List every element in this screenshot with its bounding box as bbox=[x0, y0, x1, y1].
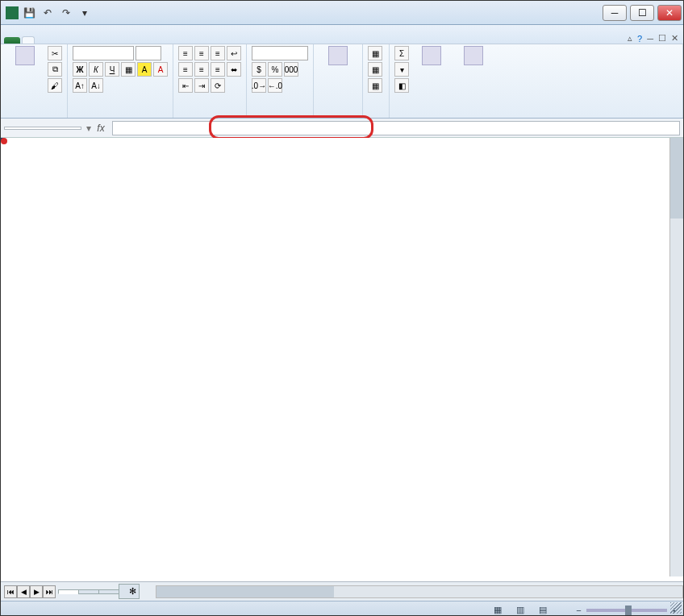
tab-foxit[interactable] bbox=[125, 37, 136, 44]
doc-restore-icon[interactable]: ☐ bbox=[658, 33, 666, 44]
sort-filter-button[interactable] bbox=[412, 46, 451, 67]
autosum-icon[interactable]: Σ bbox=[394, 46, 409, 60]
sheet-nav-last-icon[interactable]: ⏭ bbox=[43, 585, 56, 598]
insert-cell-icon: ▦ bbox=[368, 46, 382, 60]
qat-save-icon[interactable]: 💾 bbox=[21, 5, 37, 21]
tab-file[interactable] bbox=[4, 37, 20, 44]
grow-font-icon[interactable]: A↑ bbox=[73, 78, 87, 93]
tab-view[interactable] bbox=[91, 37, 102, 44]
indent-right-icon[interactable]: ⇥ bbox=[194, 78, 209, 93]
percent-icon[interactable]: % bbox=[268, 62, 282, 77]
qat-undo-icon[interactable]: ↶ bbox=[40, 5, 56, 21]
fx-button[interactable]: fx bbox=[93, 123, 109, 134]
formula-input[interactable] bbox=[112, 121, 680, 135]
view-pagebreak-icon[interactable]: ▤ bbox=[539, 605, 547, 615]
tab-data[interactable] bbox=[69, 37, 80, 44]
inc-decimal-icon[interactable]: .0→ bbox=[252, 78, 266, 93]
clear-icon[interactable]: ◧ bbox=[394, 78, 409, 93]
cut-icon[interactable]: ✂ bbox=[48, 46, 62, 60]
group-font: Ж К Ч ▦ A A A↑ A↓ bbox=[68, 44, 173, 118]
align-center-icon[interactable]: ≡ bbox=[194, 62, 209, 77]
group-alignment: ≡ ≡ ≡ ↩ ≡ ≡ ≡ ⬌ ⇤ ⇥ ⟳ bbox=[173, 44, 247, 118]
underline-button[interactable]: Ч bbox=[105, 62, 119, 77]
number-format-combo[interactable] bbox=[252, 46, 308, 60]
vertical-scroll-thumb[interactable] bbox=[670, 138, 683, 219]
find-select-button[interactable] bbox=[454, 46, 493, 67]
sheet-tab-2[interactable] bbox=[78, 589, 99, 594]
cells-insert-button[interactable]: ▦ bbox=[368, 46, 384, 60]
indent-left-icon[interactable]: ⇤ bbox=[178, 78, 193, 93]
merge-button[interactable]: ⬌ bbox=[227, 62, 241, 77]
tab-insert[interactable] bbox=[35, 37, 46, 44]
fill-icon[interactable]: ▾ bbox=[394, 62, 409, 77]
sheet-tab-1[interactable] bbox=[58, 589, 79, 594]
dec-decimal-icon[interactable]: ←.0 bbox=[268, 78, 282, 93]
sheet-tab-3[interactable] bbox=[98, 589, 119, 594]
spreadsheet-grid[interactable] bbox=[1, 138, 683, 581]
font-name-combo[interactable] bbox=[73, 46, 134, 60]
minimize-button[interactable]: ─ bbox=[603, 5, 627, 21]
align-bottom-icon[interactable]: ≡ bbox=[211, 46, 225, 60]
resize-grip[interactable] bbox=[670, 602, 682, 614]
wrap-text-button[interactable]: ↩ bbox=[227, 46, 241, 60]
vertical-scrollbar[interactable] bbox=[669, 138, 683, 576]
name-box[interactable] bbox=[4, 127, 81, 130]
tab-abbyy[interactable] bbox=[136, 37, 148, 44]
tab-formulas[interactable] bbox=[57, 37, 69, 44]
italic-button[interactable]: К bbox=[89, 62, 103, 77]
align-left-icon[interactable]: ≡ bbox=[178, 62, 193, 77]
horizontal-scroll-thumb[interactable] bbox=[156, 586, 334, 597]
styles-icon bbox=[328, 46, 348, 65]
font-color-button[interactable]: A bbox=[153, 62, 168, 77]
sheet-nav-prev-icon[interactable]: ◀ bbox=[17, 585, 30, 598]
align-top-icon[interactable]: ≡ bbox=[178, 46, 193, 60]
view-layout-icon[interactable]: ▥ bbox=[516, 605, 524, 615]
copy-icon[interactable]: ⧉ bbox=[48, 62, 62, 77]
group-editing-label bbox=[394, 116, 678, 118]
styles-button[interactable] bbox=[319, 46, 357, 67]
doc-minimize-icon[interactable]: ─ bbox=[647, 34, 653, 44]
cells-format-button[interactable]: ▦ bbox=[368, 78, 384, 93]
help-icon[interactable]: ? bbox=[637, 34, 642, 44]
currency-icon[interactable]: $ bbox=[252, 62, 266, 77]
shrink-font-icon[interactable]: A↓ bbox=[89, 78, 103, 93]
paste-icon bbox=[15, 46, 35, 65]
paste-button[interactable] bbox=[6, 46, 44, 67]
selection-border bbox=[1, 138, 4, 141]
cells-delete-button[interactable]: ▦ bbox=[368, 62, 384, 77]
group-styles-label bbox=[319, 107, 357, 118]
name-box-dropdown-icon[interactable]: ▾ bbox=[85, 123, 93, 134]
font-size-combo[interactable] bbox=[136, 46, 161, 60]
close-button[interactable]: ✕ bbox=[657, 5, 682, 21]
bold-button[interactable]: Ж bbox=[73, 62, 87, 77]
orientation-icon[interactable]: ⟳ bbox=[211, 78, 225, 93]
align-middle-icon[interactable]: ≡ bbox=[194, 46, 209, 60]
sheet-nav-next-icon[interactable]: ▶ bbox=[30, 585, 43, 598]
tab-review[interactable] bbox=[80, 37, 91, 44]
qat-redo-icon[interactable]: ↷ bbox=[58, 5, 74, 21]
result-highlight bbox=[1, 138, 7, 144]
maximize-button[interactable]: ☐ bbox=[630, 5, 654, 21]
tab-home[interactable] bbox=[22, 36, 35, 44]
comma-icon[interactable]: 000 bbox=[284, 62, 298, 77]
zoom-slider[interactable]: − + bbox=[576, 606, 677, 615]
doc-close-icon[interactable]: ✕ bbox=[671, 33, 678, 44]
sheet-tab-new[interactable]: ✻ bbox=[119, 584, 140, 599]
group-clipboard: ✂ ⧉ 🖌 bbox=[1, 44, 68, 118]
horizontal-scrollbar[interactable] bbox=[156, 585, 683, 598]
tab-dev[interactable] bbox=[102, 37, 114, 44]
border-button[interactable]: ▦ bbox=[121, 62, 136, 77]
tab-layout[interactable] bbox=[46, 37, 57, 44]
group-number: $ % 000 .0→ ←.0 bbox=[247, 44, 314, 118]
ribbon-minimize-icon[interactable]: ▵ bbox=[628, 33, 632, 44]
align-right-icon[interactable]: ≡ bbox=[211, 62, 225, 77]
qat-more-icon[interactable]: ▾ bbox=[77, 5, 93, 21]
ribbon: ✂ ⧉ 🖌 Ж К Ч ▦ A A bbox=[1, 44, 683, 119]
zoom-out-icon[interactable]: − bbox=[576, 606, 581, 615]
view-normal-icon[interactable]: ▦ bbox=[494, 605, 502, 615]
fill-color-button[interactable]: A bbox=[137, 62, 152, 77]
group-number-label bbox=[252, 116, 308, 118]
tab-addins[interactable] bbox=[114, 37, 125, 44]
sheet-nav-first-icon[interactable]: ⏮ bbox=[4, 585, 17, 598]
format-painter-icon[interactable]: 🖌 bbox=[48, 78, 62, 93]
